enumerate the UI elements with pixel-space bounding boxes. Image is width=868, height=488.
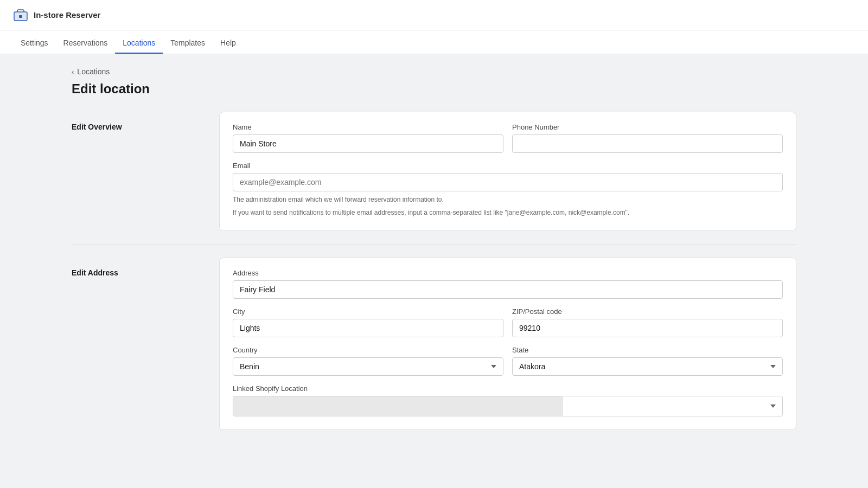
country-select[interactable]: Benin (233, 357, 503, 376)
nav-templates[interactable]: Templates (163, 30, 213, 54)
email-group: Email The administration email which we … (233, 162, 783, 217)
phone-label: Phone Number (512, 123, 783, 131)
breadcrumb-label: Locations (77, 67, 110, 76)
edit-address-card: Address City ZIP/Postal code Country (219, 258, 796, 430)
nav-reservations[interactable]: Reservations (56, 30, 116, 54)
state-select[interactable]: Atakora (512, 357, 783, 376)
state-group: State Atakora (512, 346, 783, 376)
page-title: Edit location (72, 81, 796, 97)
app-icon (13, 8, 28, 23)
section-divider (72, 244, 796, 245)
country-group: Country Benin (233, 346, 503, 376)
country-state-row: Country Benin State Atakora (233, 346, 783, 376)
app-title: In-store Reserver (13, 8, 100, 23)
linked-shopify-row: Linked Shopify Location (233, 384, 783, 416)
svg-rect-2 (19, 15, 22, 18)
breadcrumb[interactable]: ‹ Locations (72, 67, 796, 76)
city-zip-row: City ZIP/Postal code (233, 307, 783, 337)
city-input[interactable] (233, 319, 503, 337)
address-label: Address (233, 269, 783, 277)
edit-overview-card: Name Phone Number Email The administrati… (219, 112, 796, 231)
email-input[interactable] (233, 173, 783, 191)
nav-help[interactable]: Help (213, 30, 244, 54)
city-label: City (233, 307, 503, 316)
email-hint1: The administration email which we will f… (233, 195, 783, 204)
linked-shopify-group: Linked Shopify Location (233, 384, 783, 416)
name-input[interactable] (233, 134, 503, 153)
phone-group: Phone Number (512, 123, 783, 153)
zip-label: ZIP/Postal code (512, 307, 783, 316)
phone-input[interactable] (512, 134, 783, 153)
name-label: Name (233, 123, 503, 131)
linked-shopify-label: Linked Shopify Location (233, 384, 783, 393)
address-row: Address (233, 269, 783, 299)
app-title-text: In-store Reserver (34, 10, 100, 20)
zip-input[interactable] (512, 319, 783, 337)
country-label: Country (233, 346, 503, 354)
name-group: Name (233, 123, 503, 153)
nav-bar: Settings Reservations Locations Template… (0, 30, 868, 54)
email-hint2: If you want to send notifications to mul… (233, 208, 783, 217)
nav-locations[interactable]: Locations (115, 30, 163, 54)
nav-settings[interactable]: Settings (13, 30, 56, 54)
edit-address-label: Edit Address (72, 258, 202, 430)
edit-overview-section: Edit Overview Name Phone Number Email Th… (72, 112, 796, 231)
edit-address-section: Edit Address Address City ZIP/Postal cod… (72, 258, 796, 430)
email-row: Email The administration email which we … (233, 162, 783, 217)
email-label: Email (233, 162, 783, 170)
app-bar: In-store Reserver (0, 0, 868, 30)
city-group: City (233, 307, 503, 337)
address-group: Address (233, 269, 783, 299)
edit-overview-label: Edit Overview (72, 112, 202, 231)
address-input[interactable] (233, 280, 783, 299)
state-label: State (512, 346, 783, 354)
main-content: ‹ Locations Edit location Edit Overview … (54, 54, 814, 443)
linked-shopify-wrapper (233, 396, 783, 416)
name-phone-row: Name Phone Number (233, 123, 783, 153)
breadcrumb-arrow: ‹ (72, 68, 74, 76)
zip-group: ZIP/Postal code (512, 307, 783, 337)
linked-shopify-select[interactable] (233, 396, 783, 416)
